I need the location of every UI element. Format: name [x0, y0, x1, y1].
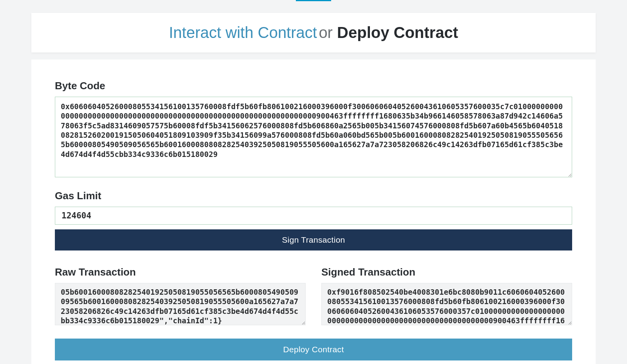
- deploy-contract-button[interactable]: Deploy Contract: [55, 339, 572, 360]
- signed-transaction-output[interactable]: 0xf9016f808502540be4008301e6bc8080b9011c…: [321, 283, 572, 325]
- contract-mode-or: or: [319, 24, 337, 41]
- deploy-contract-mode-label: Deploy Contract: [337, 24, 458, 41]
- bytecode-label: Byte Code: [55, 80, 572, 92]
- interact-with-contract-link[interactable]: Interact with Contract: [169, 24, 317, 41]
- active-tab-underline: [296, 0, 331, 1]
- deploy-contract-panel: Byte Code 0x6060604052600080553415610013…: [31, 59, 596, 364]
- gaslimit-label: Gas Limit: [55, 190, 572, 202]
- gaslimit-input[interactable]: [55, 207, 572, 225]
- raw-transaction-output[interactable]: 05b600160008082825401925050819055056565b…: [55, 283, 306, 325]
- signed-tx-label: Signed Transaction: [321, 266, 572, 278]
- raw-tx-label: Raw Transaction: [55, 266, 306, 278]
- sign-transaction-button[interactable]: Sign Transaction: [55, 229, 572, 250]
- contract-mode-heading: Interact with Contract or Deploy Contrac…: [31, 13, 596, 52]
- bytecode-input[interactable]: 0x60606040526000805534156100135760008fdf…: [55, 97, 572, 177]
